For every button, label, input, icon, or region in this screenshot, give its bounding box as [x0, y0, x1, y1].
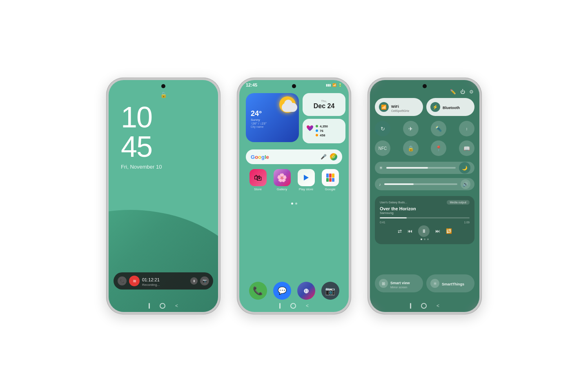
quick-panel: ✏️ ⏻ ⚙ 📶 WiFi CellSpot5GHz ⚡ Bluetooth [370, 80, 479, 312]
active-value: 76 [320, 129, 323, 133]
shuffle-button[interactable]: ⇄ [398, 228, 402, 234]
night-mode-button[interactable]: 🌙 [459, 162, 470, 174]
app-gallery[interactable]: 🌸 Gallery [274, 169, 291, 191]
media-dots [380, 238, 470, 240]
bottom-utilities: ⊞ Smart view Mirror screen ⚛ SmartThings [375, 274, 474, 292]
smartthings-button[interactable]: ⚛ SmartThings [426, 274, 474, 292]
google-label: Google [325, 187, 336, 191]
nav-home[interactable] [421, 303, 427, 309]
microphone-icon[interactable]: 🎤 [321, 154, 327, 160]
camera-cutout [161, 84, 165, 88]
active-row: 76 [316, 129, 342, 133]
nfc-icon[interactable]: NFC [375, 140, 390, 156]
clock-day: Thu, [321, 100, 327, 102]
decorative-wave [109, 185, 218, 312]
smartthings-icon: ⚛ [430, 279, 439, 288]
dock-phone[interactable]: 📞 [249, 282, 267, 300]
steps-row: 4,350 [316, 125, 342, 128]
nav-back[interactable]: < [306, 303, 309, 309]
recording-pill[interactable]: 📞 01:12:21 Recording... ⏸ 📷 [114, 272, 213, 290]
data-icon[interactable]: ↕ [459, 121, 474, 136]
dock-camera[interactable]: 📷 [321, 282, 339, 300]
camera-button[interactable]: 📷 [200, 276, 209, 285]
lock-minute: 45 [121, 132, 152, 161]
bluetooth-label: Bluetooth [443, 106, 460, 110]
lens-icon[interactable]: ⊙ [330, 153, 337, 160]
pause-button[interactable]: ⏸ [190, 277, 198, 285]
media-output-button[interactable]: Media output [447, 200, 470, 205]
icon-grid-row1: ↻ ✈ 🔦 ↕ [375, 121, 474, 136]
calories-row: 458 [316, 134, 342, 137]
nav-bar: < [370, 303, 479, 309]
nav-bar: < [239, 303, 349, 309]
media-time-row: 0:41 1:09 [380, 221, 470, 224]
dock: 📞 💬 ⊕ 📷 [246, 282, 342, 300]
lock-hour: 10 [121, 102, 152, 132]
smart-view-button[interactable]: ⊞ Smart view Mirror screen [375, 274, 423, 292]
repeat-button[interactable]: 🔁 [446, 228, 452, 234]
weather-city: City name [251, 125, 294, 128]
lock-screen: 🔒 10 45 Fri, November 10 📞 01:12:21 Reco… [109, 80, 218, 312]
settings-icon[interactable]: ⚙ [469, 89, 474, 95]
smart-view-label: Smart view [390, 281, 410, 285]
smart-view-icon: ⊞ [379, 279, 388, 288]
media-time-total: 1:09 [464, 221, 470, 224]
airplane-icon[interactable]: ✈ [403, 121, 419, 136]
sound-mode-button[interactable]: 🔊 [461, 179, 470, 189]
dock-messages[interactable]: 💬 [273, 282, 291, 300]
search-bar[interactable]: Google 🎤 ⊙ [246, 149, 342, 164]
bluetooth-toggle[interactable]: ⚡ Bluetooth [426, 98, 474, 116]
media-song: Over the Horizon [380, 206, 470, 211]
recording-time: 01:12:21 [142, 277, 160, 282]
quick-toggles: 📶 WiFi CellSpot5GHz ⚡ Bluetooth [375, 98, 474, 116]
panel-top-icons: ✏️ ⏻ ⚙ [450, 89, 474, 95]
app-icons-row: 🛍 Store 🌸 Gallery Play store [246, 169, 342, 191]
nav-back[interactable]: < [175, 303, 178, 309]
play-pause-button[interactable]: ⏸ [418, 225, 430, 237]
volume-track [384, 183, 457, 185]
next-button[interactable]: ⏭ [435, 228, 440, 234]
reading-icon[interactable]: 📖 [459, 140, 474, 156]
clock-widget[interactable]: Thu, Dec 24 [303, 93, 345, 116]
app-store[interactable]: 🛍 Store [249, 169, 267, 191]
nav-recents[interactable] [149, 303, 150, 309]
clock-date: Dec 24 [314, 102, 335, 110]
rotate-icon[interactable]: ↻ [375, 121, 390, 136]
power-icon[interactable]: ⏻ [460, 89, 465, 95]
wifi-toggle[interactable]: 📶 WiFi CellSpot5GHz [375, 98, 423, 116]
brightness-fill [386, 167, 428, 169]
playstore-label: Play store [299, 187, 314, 191]
volume-slider[interactable]: ♪ 🔊 [375, 178, 474, 190]
google-logo: Google [251, 154, 269, 160]
nav-home[interactable] [290, 303, 296, 309]
wifi-icon: 📶 [332, 83, 336, 87]
media-progress-fill [380, 217, 407, 218]
dot-1 [291, 203, 293, 205]
lock-icon[interactable]: 🔒 [403, 140, 419, 156]
store-icon: 🛍 [249, 169, 267, 186]
lock-date: Fri, November 10 [121, 164, 162, 170]
prev-button[interactable]: ⏮ [408, 228, 412, 234]
brightness-slider[interactable]: ☀ 🌙 [375, 162, 474, 174]
playstore-icon [298, 169, 315, 186]
nav-home[interactable] [160, 303, 165, 309]
location-icon[interactable]: 📍 [431, 140, 446, 156]
status-time: 12:45 [246, 82, 257, 87]
app-playstore[interactable]: Play store [298, 169, 315, 191]
recording-label: Recording... [142, 283, 188, 287]
edit-icon[interactable]: ✏️ [450, 89, 456, 95]
health-widget[interactable]: 4,350 76 458 [303, 119, 345, 143]
nav-recents[interactable] [279, 303, 281, 309]
app-google[interactable]: Google [322, 169, 339, 191]
flashlight-icon[interactable]: 🔦 [431, 121, 446, 136]
volume-fill [384, 183, 414, 185]
smartthings-label: SmartThings [442, 282, 464, 286]
calories-value: 458 [320, 134, 325, 137]
dock-samsung[interactable]: ⊕ [297, 282, 315, 300]
nav-back[interactable]: < [437, 303, 439, 309]
camera-cutout [292, 84, 296, 88]
brightness-icon: ☀ [379, 165, 383, 171]
volume-icon: ♪ [379, 182, 381, 187]
nav-recents[interactable] [410, 303, 411, 309]
weather-widget[interactable]: 24° Sunny ↑26° / ↓23° City name [246, 93, 299, 142]
